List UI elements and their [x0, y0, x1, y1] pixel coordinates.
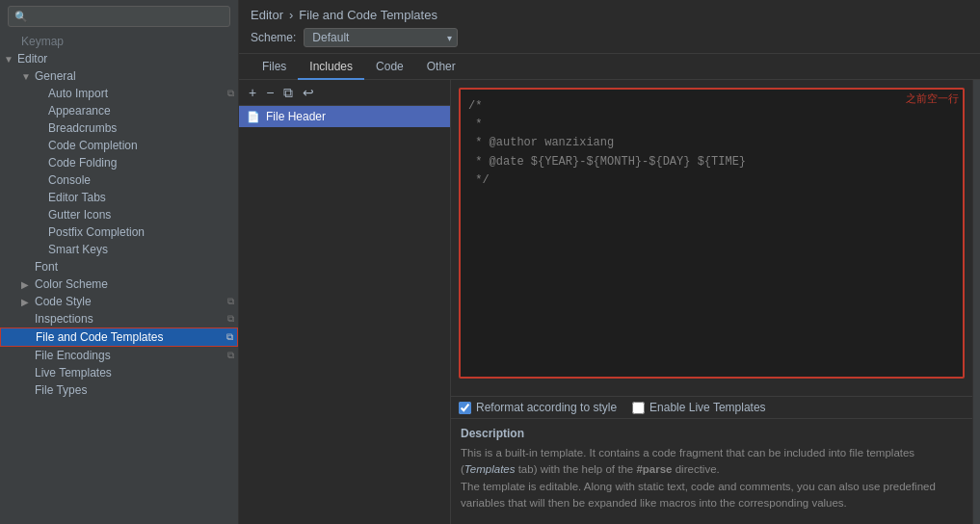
copy-icon: ⧉ — [227, 313, 234, 325]
description-title: Description — [461, 425, 963, 442]
description-bold: #parse — [636, 463, 672, 475]
description-panel: Description This is a built-in template.… — [451, 418, 972, 524]
template-item-label: File Header — [266, 110, 326, 123]
sidebar-item-breadcrumbs[interactable]: Breadcrumbs — [0, 119, 238, 137]
sidebar-item-label: File Types — [35, 383, 234, 397]
tab-includes[interactable]: Includes — [298, 54, 364, 80]
sidebar: 🔍 Keymap ▼ Editor ▼ General Auto Import … — [0, 0, 239, 524]
sidebar-item-console[interactable]: Console — [0, 171, 238, 189]
sidebar-item-label: Console — [48, 173, 234, 187]
sidebar-item-code-folding[interactable]: Code Folding — [0, 154, 238, 171]
search-box[interactable]: 🔍 — [8, 6, 230, 27]
toolbar: + − ⧉ ↩ — [239, 80, 450, 106]
main-content: Editor › File and Code Templates Scheme:… — [239, 0, 980, 524]
scheme-select-wrapper[interactable]: Default Project — [304, 28, 458, 47]
copy-button[interactable]: ⧉ — [279, 84, 297, 101]
sidebar-item-color-scheme[interactable]: ▶ Color Scheme — [0, 275, 238, 293]
breadcrumb-editor: Editor — [251, 8, 283, 22]
sidebar-item-label: Code Folding — [48, 156, 234, 170]
arrow-icon: ▶ — [21, 297, 35, 307]
copy-icon: ⧉ — [227, 350, 234, 361]
sidebar-item-label: Smart Keys — [48, 243, 234, 256]
sidebar-item-code-completion[interactable]: Code Completion — [0, 137, 238, 154]
template-list: 📄 File Header — [239, 106, 450, 524]
sidebar-item-label: Editor Tabs — [48, 191, 234, 204]
live-templates-checkbox[interactable] — [632, 402, 645, 414]
sidebar-item-smart-keys[interactable]: Smart Keys — [0, 241, 238, 258]
copy-icon: ⧉ — [226, 331, 233, 343]
reformat-checkbox[interactable] — [459, 402, 471, 414]
copy-icon: ⧉ — [227, 88, 234, 99]
sidebar-item-postfix-completion[interactable]: Postfix Completion — [0, 223, 238, 241]
tabs-bar: Files Includes Code Other — [239, 54, 980, 80]
bottom-bar: Reformat according to style Enable Live … — [451, 396, 972, 418]
reformat-label: Reformat according to style — [476, 401, 617, 414]
copy-icon: ⧉ — [227, 296, 234, 307]
sidebar-item-inspections[interactable]: Inspections ⧉ — [0, 310, 238, 328]
sidebar-item-label: Live Templates — [35, 366, 234, 380]
sidebar-item-label: File and Code Templates — [36, 330, 223, 344]
template-file-icon: 📄 — [247, 111, 260, 123]
sidebar-item-file-types[interactable]: File Types — [0, 381, 238, 399]
tab-files[interactable]: Files — [251, 54, 298, 80]
live-templates-label: Enable Live Templates — [649, 401, 766, 414]
sidebar-item-editor[interactable]: ▼ Editor — [0, 50, 238, 67]
breadcrumb-separator: › — [289, 8, 293, 22]
sidebar-item-label: Gutter Icons — [48, 208, 234, 222]
content-area: + − ⧉ ↩ 📄 File Header /* * * @author wan… — [239, 80, 980, 524]
sidebar-item-general[interactable]: ▼ General — [0, 67, 238, 85]
sidebar-item-appearance[interactable]: Appearance — [0, 102, 238, 119]
description-italic: Templates — [464, 463, 516, 475]
sidebar-item-label: Font — [35, 260, 234, 274]
breadcrumb-page: File and Code Templates — [299, 8, 437, 22]
sidebar-item-gutter-icons[interactable]: Gutter Icons — [0, 206, 238, 223]
remove-button[interactable]: − — [262, 84, 278, 101]
sidebar-item-label: Editor — [17, 52, 234, 66]
template-list-panel: + − ⧉ ↩ 📄 File Header — [239, 80, 451, 524]
breadcrumb: Editor › File and Code Templates — [251, 8, 968, 22]
editor-panel: /* * * @author wanzixiang * @date ${YEAR… — [451, 80, 972, 524]
sidebar-item-label: Postfix Completion — [48, 225, 234, 239]
sidebar-item-code-style[interactable]: ▶ Code Style ⧉ — [0, 293, 238, 310]
header: Editor › File and Code Templates Scheme:… — [239, 0, 980, 54]
arrow-icon: ▼ — [4, 54, 17, 65]
code-area-wrapper: /* * * @author wanzixiang * @date ${YEAR… — [451, 80, 972, 396]
sidebar-item-label: Breadcrumbs — [48, 121, 234, 135]
arrow-icon: ▶ — [21, 279, 35, 290]
add-button[interactable]: + — [245, 84, 260, 101]
reformat-checkbox-row[interactable]: Reformat according to style — [459, 401, 617, 414]
live-templates-checkbox-row[interactable]: Enable Live Templates — [632, 401, 766, 414]
search-icon: 🔍 — [14, 11, 28, 23]
sidebar-item-label: Keymap — [21, 35, 234, 48]
sidebar-item-auto-import[interactable]: Auto Import ⧉ — [0, 85, 238, 102]
tab-code[interactable]: Code — [364, 54, 415, 80]
sidebar-item-file-encodings[interactable]: File Encodings ⧉ — [0, 347, 238, 364]
sidebar-item-label: File Encodings — [35, 349, 224, 362]
sidebar-item-label: Code Completion — [48, 139, 234, 152]
scheme-select[interactable]: Default Project — [304, 28, 458, 47]
sidebar-item-live-templates[interactable]: Live Templates — [0, 364, 238, 381]
tab-other[interactable]: Other — [415, 54, 467, 80]
sidebar-item-editor-tabs[interactable]: Editor Tabs — [0, 189, 238, 206]
template-item-file-header[interactable]: 📄 File Header — [239, 106, 450, 127]
reset-button[interactable]: ↩ — [299, 84, 318, 101]
sidebar-item-label: Color Scheme — [35, 277, 234, 291]
sidebar-item-label: Auto Import — [48, 87, 224, 100]
sidebar-item-file-code-templates[interactable]: File and Code Templates ⧉ — [0, 328, 238, 347]
description-text: This is a built-in template. It contains… — [461, 445, 963, 511]
code-editor[interactable]: /* * * @author wanzixiang * @date ${YEAR… — [459, 88, 965, 379]
right-scrollbar[interactable] — [972, 80, 980, 524]
sidebar-item-font[interactable]: Font — [0, 258, 238, 275]
search-input[interactable] — [33, 10, 224, 23]
arrow-icon: ▼ — [21, 71, 35, 82]
sidebar-item-label: Inspections — [35, 312, 224, 326]
sidebar-item-label: Appearance — [48, 104, 234, 118]
sidebar-item-label: Code Style — [35, 295, 224, 308]
scheme-row: Scheme: Default Project — [251, 28, 968, 47]
sidebar-item-label: General — [35, 69, 234, 83]
sidebar-item-keymap[interactable]: Keymap — [0, 33, 238, 50]
scheme-label: Scheme: — [251, 31, 296, 44]
